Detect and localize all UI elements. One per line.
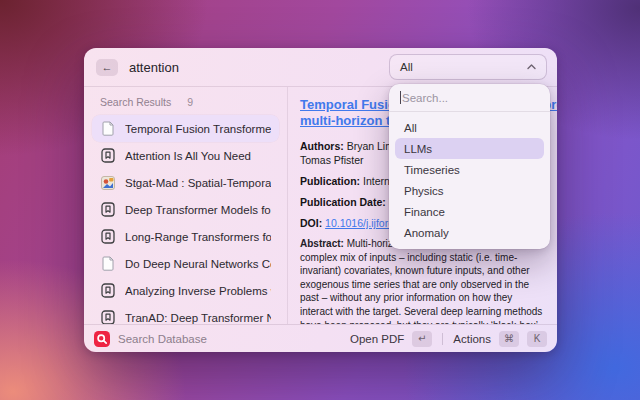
dropdown-search-input[interactable] bbox=[400, 91, 539, 105]
image-icon bbox=[100, 175, 116, 191]
publication-date-label: Publication Date: bbox=[300, 196, 386, 208]
dropdown-search-row bbox=[389, 84, 550, 112]
bookmark-icon bbox=[100, 229, 116, 245]
header-bar: ← attention All bbox=[84, 48, 557, 87]
chevron-up-icon bbox=[527, 64, 536, 70]
result-title: Attention Is All You Need bbox=[125, 150, 251, 162]
k-key-badge: K bbox=[527, 331, 547, 347]
bookmark-icon bbox=[100, 202, 116, 218]
results-header-label: Search Results bbox=[100, 96, 171, 108]
return-key-badge: ↵ bbox=[412, 331, 432, 347]
dropdown-option-llms[interactable]: LLMs bbox=[395, 138, 544, 159]
dropdown-option-timeseries[interactable]: Timeseries bbox=[395, 159, 544, 180]
abstract-text: Abstract: Multi-horizon forecasting ofte… bbox=[300, 237, 545, 324]
result-item[interactable]: Temporal Fusion Transformers f... bbox=[92, 115, 279, 142]
filter-selected-label: All bbox=[400, 61, 413, 73]
command-key-badge: ⌘ bbox=[499, 331, 519, 347]
text-caret bbox=[400, 91, 401, 104]
result-title: Deep Transformer Models for Ti... bbox=[125, 204, 271, 216]
open-pdf-button[interactable]: Open PDF bbox=[350, 333, 404, 345]
bookmark-icon bbox=[100, 310, 116, 325]
dropdown-option-all[interactable]: All bbox=[395, 117, 544, 138]
results-panel: Search Results 9 Temporal Fusion Transfo… bbox=[84, 87, 288, 324]
results-count: 9 bbox=[187, 96, 193, 108]
document-icon bbox=[100, 121, 116, 137]
dropdown-option-finance[interactable]: Finance bbox=[395, 201, 544, 222]
result-title: Long-Range Transformers for D... bbox=[125, 231, 271, 243]
result-item[interactable]: Attention Is All You Need bbox=[92, 142, 279, 169]
result-item[interactable]: Stgat-Mad : Spatial-Temporal Gr... bbox=[92, 169, 279, 196]
result-title: Temporal Fusion Transformers f... bbox=[125, 123, 271, 135]
result-item[interactable]: Long-Range Transformers for D... bbox=[92, 223, 279, 250]
result-item[interactable]: Deep Transformer Models for Ti... bbox=[92, 196, 279, 223]
back-arrow-icon: ← bbox=[102, 61, 113, 73]
document-icon bbox=[100, 256, 116, 272]
result-title: TranAD: Deep Transformer Net... bbox=[125, 312, 271, 324]
bookmark-icon bbox=[100, 148, 116, 164]
dropdown-option-anomaly[interactable]: Anomaly bbox=[395, 222, 544, 243]
filter-dropdown-trigger[interactable]: All bbox=[389, 54, 547, 80]
result-item[interactable]: TranAD: Deep Transformer Net... bbox=[92, 304, 279, 324]
search-database-icon bbox=[94, 331, 110, 347]
query-input[interactable]: attention bbox=[129, 60, 179, 75]
result-item[interactable]: Analyzing Inverse Problems with... bbox=[92, 277, 279, 304]
back-button[interactable]: ← bbox=[96, 59, 118, 76]
extension-name-label: Search Database bbox=[118, 333, 207, 345]
footer-divider bbox=[442, 333, 443, 345]
dropdown-option-physics[interactable]: Physics bbox=[395, 180, 544, 201]
bookmark-icon bbox=[100, 283, 116, 299]
authors-label: Authors: bbox=[300, 140, 344, 152]
launcher-window: ← attention All Search Results 9 Tempora… bbox=[84, 48, 557, 352]
publication-label: Publication: bbox=[300, 175, 360, 187]
result-title: Stgat-Mad : Spatial-Temporal Gr... bbox=[125, 177, 271, 189]
actions-button[interactable]: Actions bbox=[453, 333, 491, 345]
doi-label: DOI: bbox=[300, 217, 322, 229]
result-item[interactable]: Do Deep Neural Networks Contr... bbox=[92, 250, 279, 277]
abstract-value: Multi-horizon forecasting often contains… bbox=[300, 238, 542, 324]
result-title: Do Deep Neural Networks Contr... bbox=[125, 258, 271, 270]
action-bar: Search Database Open PDF ↵ Actions ⌘ K bbox=[84, 324, 557, 352]
abstract-label: Abstract: bbox=[300, 238, 344, 249]
result-title: Analyzing Inverse Problems with... bbox=[125, 285, 271, 297]
filter-dropdown-panel: All LLMs Timeseries Physics Finance Anom… bbox=[389, 84, 550, 249]
